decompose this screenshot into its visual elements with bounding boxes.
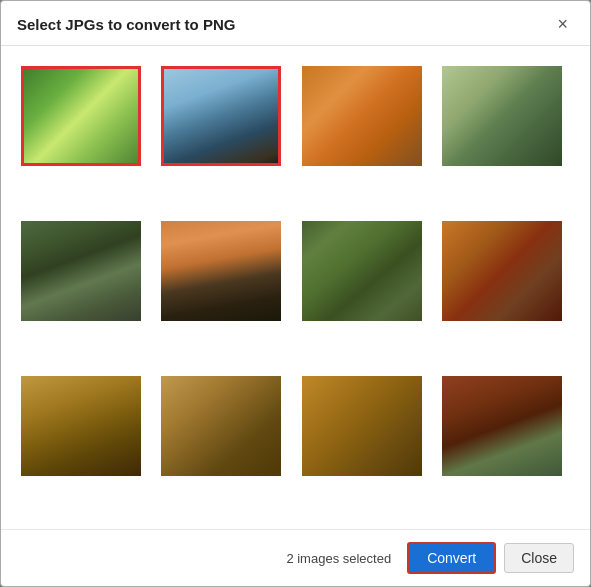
image-thumbnail-bird xyxy=(161,66,281,166)
image-thumbnail-orange xyxy=(302,66,422,166)
image-thumbnail-detail xyxy=(161,376,281,476)
image-cell-wood[interactable] xyxy=(302,376,422,476)
image-cell-fountain[interactable] xyxy=(442,66,562,166)
image-cell-silhouette[interactable] xyxy=(161,221,281,321)
image-cell-lamp[interactable] xyxy=(21,376,141,476)
image-cell-flowers[interactable] xyxy=(21,66,141,166)
dialog-header: Select JPGs to convert to PNG × xyxy=(1,1,590,46)
image-thumbnail-fountain xyxy=(442,66,562,166)
image-thumbnail-food xyxy=(442,221,562,321)
image-thumbnail-bamboo xyxy=(302,221,422,321)
close-button[interactable]: Close xyxy=(504,543,574,573)
image-thumbnail-lamp xyxy=(21,376,141,476)
image-thumbnail-flowers xyxy=(21,66,141,166)
image-cell-rust[interactable] xyxy=(442,376,562,476)
dialog-footer: 2 images selected Convert Close xyxy=(1,529,590,586)
convert-button[interactable]: Convert xyxy=(407,542,496,574)
image-cell-food[interactable] xyxy=(442,221,562,321)
image-cell-orange[interactable] xyxy=(302,66,422,166)
selected-count-label: 2 images selected xyxy=(286,551,391,566)
image-cell-detail[interactable] xyxy=(161,376,281,476)
dialog: Select JPGs to convert to PNG × 2 images… xyxy=(0,0,591,587)
image-thumbnail-rust xyxy=(442,376,562,476)
image-thumbnail-lake xyxy=(21,221,141,321)
image-grid xyxy=(1,46,590,529)
dialog-title: Select JPGs to convert to PNG xyxy=(17,16,235,33)
image-thumbnail-silhouette xyxy=(161,221,281,321)
image-cell-bamboo[interactable] xyxy=(302,221,422,321)
image-cell-bird[interactable] xyxy=(161,66,281,166)
close-icon[interactable]: × xyxy=(551,13,574,35)
image-thumbnail-wood xyxy=(302,376,422,476)
image-cell-lake[interactable] xyxy=(21,221,141,321)
